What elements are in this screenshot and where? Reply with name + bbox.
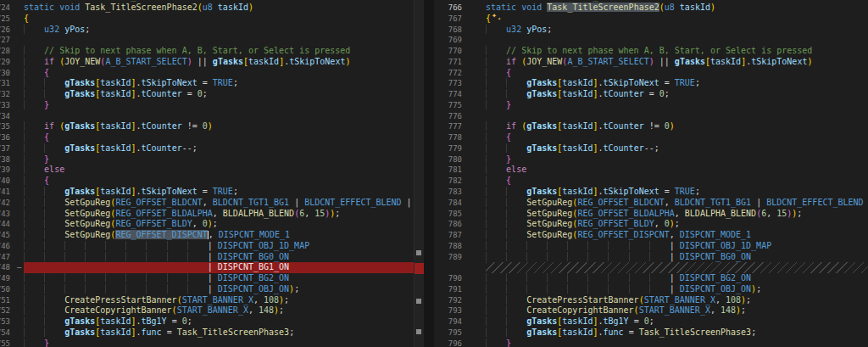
- code-line[interactable]: 752 CreateCopyrightBanner(START_BANNER_X…: [0, 305, 415, 316]
- line-number[interactable]: 791: [448, 284, 462, 295]
- code-line-text[interactable]: }: [486, 100, 868, 111]
- line-number[interactable]: 742: [0, 198, 10, 209]
- line-number[interactable]: 727: [0, 35, 10, 46]
- code-line-text[interactable]: {: [486, 132, 868, 143]
- code-line[interactable]: 750 | DISPCNT_OBJ_ON);: [0, 284, 415, 295]
- code-line[interactable]: 728 // Skip to next phase when A, B, Sta…: [0, 46, 415, 57]
- code-line[interactable]: 744 SetGpuReg(REG_OFFSET_BLDY, 0);: [0, 219, 415, 230]
- line-number[interactable]: 750: [0, 284, 10, 295]
- line-number[interactable]: 739: [0, 165, 10, 176]
- line-number[interactable]: 769: [448, 35, 462, 46]
- line-number[interactable]: 781: [448, 165, 462, 176]
- code-line-text[interactable]: gTasks[taskId].tCounter--;: [24, 143, 415, 154]
- code-line-text[interactable]: | DISPCNT_OBJ_ON);: [486, 284, 868, 295]
- code-line[interactable]: 735 if (gTasks[taskId].tCounter != 0): [0, 121, 415, 132]
- line-number[interactable]: 737: [0, 143, 10, 154]
- code-line[interactable]: 792 CreatePressStartBanner(START_BANNER_…: [434, 295, 868, 306]
- copilot-sparkle-icon[interactable]: ✦✦: [491, 14, 503, 24]
- code-line-text[interactable]: u32 yPos;: [486, 25, 868, 36]
- code-line-text[interactable]: CreatePressStartBanner(START_BANNER_X, 1…: [486, 295, 868, 306]
- line-number[interactable]: 728: [0, 46, 10, 57]
- code-line-text[interactable]: static void Task_TitleScreenPhase2(u8 ta…: [24, 3, 415, 14]
- code-line-text[interactable]: CreateCopyrightBanner(START_BANNER_X, 14…: [24, 305, 415, 316]
- line-number[interactable]: 749: [0, 273, 10, 284]
- code-line-text[interactable]: [486, 111, 868, 122]
- code-line[interactable]: 743 SetGpuReg(REG_OFFSET_BLDALPHA, BLDAL…: [0, 209, 415, 220]
- code-line[interactable]: 777 if (gTasks[taskId].tCounter != 0): [434, 121, 868, 132]
- line-number[interactable]: 745: [0, 230, 10, 241]
- code-line-text[interactable]: {: [24, 176, 415, 187]
- line-number[interactable]: 766: [448, 3, 462, 14]
- line-number[interactable]: 784: [448, 198, 462, 209]
- code-line-text[interactable]: static void Task_TitleScreenPhase2(u8 ta…: [486, 3, 868, 14]
- code-line-text[interactable]: gTasks[taskId].tSkipToNext = TRUE;: [24, 78, 415, 89]
- line-number[interactable]: 731: [0, 78, 10, 89]
- code-line[interactable]: 730 {: [0, 68, 415, 79]
- line-number[interactable]: 771: [448, 57, 462, 68]
- code-line[interactable]: 783 gTasks[taskId].tSkipToNext = TRUE;: [434, 187, 868, 198]
- code-line-text[interactable]: {: [24, 68, 415, 79]
- code-line[interactable]: 742 SetGpuReg(REG_OFFSET_BLDCNT, BLDCNT_…: [0, 198, 415, 209]
- code-line-text[interactable]: | DISPCNT_OBJ_ON);: [24, 284, 415, 295]
- code-line-text[interactable]: u32 yPos;: [24, 25, 415, 36]
- overview-deleted-marker[interactable]: [415, 263, 424, 274]
- code-line[interactable]: 726 u32 yPos;: [0, 25, 415, 36]
- code-line-text[interactable]: gTasks[taskId].tBg1Y = 0;: [24, 316, 415, 327]
- line-number[interactable]: 783: [448, 187, 462, 198]
- line-number[interactable]: 725: [0, 14, 10, 25]
- code-line-text[interactable]: if (gTasks[taskId].tCounter != 0): [486, 121, 868, 132]
- code-line[interactable]: 785 SetGpuReg(REG_OFFSET_BLDALPHA, BLDAL…: [434, 209, 868, 220]
- code-line[interactable]: 753 gTasks[taskId].tBg1Y = 0;: [0, 316, 415, 327]
- code-line[interactable]: 781 else: [434, 165, 868, 176]
- line-number[interactable]: 748: [0, 262, 10, 273]
- code-line[interactable]: 791 | DISPCNT_OBJ_ON);: [434, 284, 868, 295]
- code-line[interactable]: 770 // Skip to next phase when A, B, Sta…: [434, 46, 868, 57]
- line-number[interactable]: 779: [448, 143, 462, 154]
- code-line-text[interactable]: if (JOY_NEW(A_B_START_SELECT) || gTasks[…: [486, 57, 868, 68]
- code-line-text[interactable]: }: [486, 154, 868, 165]
- overview-change-marker[interactable]: [416, 250, 421, 255]
- line-number[interactable]: 777: [448, 121, 462, 132]
- code-line[interactable]: 724static void Task_TitleScreenPhase2(u8…: [0, 3, 415, 14]
- line-number[interactable]: 778: [448, 132, 462, 143]
- code-line-text[interactable]: CreateCopyrightBanner(START_BANNER_X, 14…: [486, 305, 868, 316]
- code-line[interactable]: 774 gTasks[taskId].tCounter = 0;: [434, 89, 868, 100]
- line-number[interactable]: 787: [448, 230, 462, 241]
- line-number[interactable]: 754: [0, 327, 10, 339]
- code-line-text[interactable]: SetGpuReg(REG_OFFSET_DISPCNT, DISPCNT_MO…: [486, 230, 868, 241]
- code-line[interactable]: 796 }: [434, 339, 868, 347]
- code-line-text[interactable]: }: [486, 339, 868, 347]
- code-line[interactable]: 738 }: [0, 154, 415, 165]
- code-line-text[interactable]: // Skip to next phase when A, B, Start, …: [24, 46, 415, 57]
- code-line[interactable]: 780 }: [434, 154, 868, 165]
- line-number[interactable]: 734: [0, 111, 10, 122]
- code-line[interactable]: 734: [0, 111, 415, 122]
- code-line-text[interactable]: [486, 35, 868, 46]
- line-number[interactable]: 746: [0, 241, 10, 252]
- line-number[interactable]: 785: [448, 209, 462, 220]
- code-line[interactable]: 779 gTasks[taskId].tCounter--;: [434, 143, 868, 154]
- code-line[interactable]: 741 gTasks[taskId].tSkipToNext = TRUE;: [0, 187, 415, 198]
- code-line[interactable]: 789 | DISPCNT_BG0_ON: [434, 252, 868, 263]
- code-line[interactable]: 775 }: [434, 100, 868, 111]
- code-line-text[interactable]: gTasks[taskId].tCounter--;: [486, 143, 868, 154]
- code-line-text[interactable]: SetGpuReg(REG_OFFSET_DISPCNT, DISPCNT_MO…: [24, 230, 415, 241]
- line-number[interactable]: 732: [0, 89, 10, 100]
- line-number[interactable]: 795: [448, 327, 462, 339]
- line-number[interactable]: 788: [448, 241, 462, 252]
- code-line[interactable]: 767{✦✦: [434, 14, 868, 25]
- line-number[interactable]: 770: [448, 46, 462, 57]
- line-number[interactable]: 751: [0, 295, 10, 306]
- code-line-text[interactable]: {: [24, 14, 415, 25]
- code-line[interactable]: 794 gTasks[taskId].tBg1Y = 0;: [434, 316, 868, 327]
- line-number[interactable]: 724: [0, 3, 10, 14]
- line-number[interactable]: 733: [0, 100, 10, 111]
- line-number[interactable]: 743: [0, 209, 10, 220]
- code-line-text[interactable]: gTasks[taskId].func = Task_TitleScreenPh…: [486, 327, 868, 339]
- code-line[interactable]: 790 | DISPCNT_BG2_ON: [434, 273, 868, 284]
- code-line-text[interactable]: [24, 35, 415, 46]
- line-number[interactable]: 790: [448, 273, 462, 284]
- code-line[interactable]: 746 | DISPCNT_OBJ_1D_MAP: [0, 241, 415, 252]
- code-line-text[interactable]: {: [24, 132, 415, 143]
- code-line[interactable]: 784 SetGpuReg(REG_OFFSET_BLDCNT, BLDCNT_…: [434, 198, 868, 209]
